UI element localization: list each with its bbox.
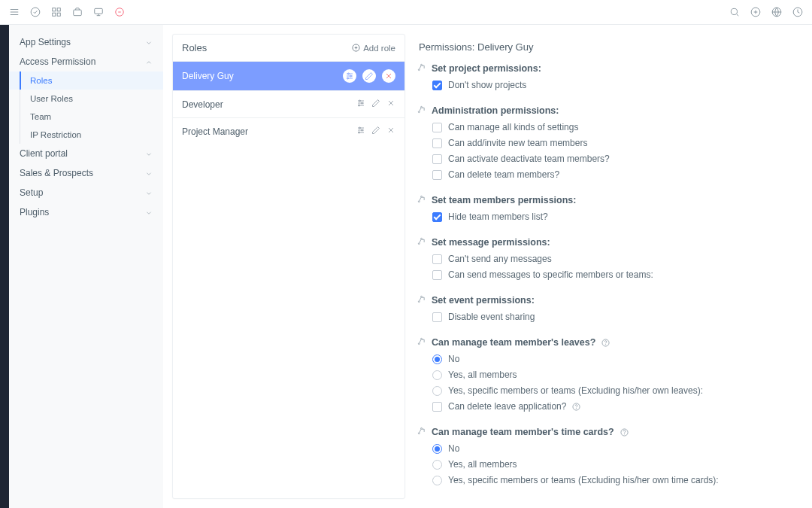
grid-icon[interactable] xyxy=(51,7,62,17)
menu-icon[interactable] xyxy=(9,7,20,17)
sidebar-item-sales-prospects[interactable]: Sales & Prospects xyxy=(9,163,163,183)
perm-checkbox[interactable] xyxy=(432,312,442,322)
link-icon xyxy=(417,337,426,348)
perm-checkbox[interactable] xyxy=(432,212,442,222)
perm-checkbox[interactable] xyxy=(432,154,442,164)
perm-option[interactable]: Yes, specific members or teams (Excludin… xyxy=(432,473,800,487)
sidebar-item-plugins[interactable]: Plugins xyxy=(9,202,163,222)
sidebar-item-label: Client portal xyxy=(20,148,145,159)
permissions-sections: Set project permissions:Don't show proje… xyxy=(417,63,800,499)
perm-option[interactable]: No xyxy=(432,352,800,366)
perm-checkbox[interactable] xyxy=(432,402,442,412)
perm-option-label: No xyxy=(448,352,459,366)
sidebar-subitem-team[interactable]: Team xyxy=(9,108,163,126)
sidebar-item-setup[interactable]: Setup xyxy=(9,183,163,202)
sidebar-item-label: Access Permission xyxy=(20,56,145,67)
perm-checkbox[interactable] xyxy=(432,270,442,280)
edit-icon[interactable] xyxy=(371,99,380,110)
perm-radio[interactable] xyxy=(432,460,442,470)
help-icon[interactable] xyxy=(572,403,580,411)
perm-option[interactable]: Yes, all members xyxy=(432,458,800,471)
perm-option[interactable]: Disable event sharing xyxy=(432,310,800,324)
perm-option-label: Hide team members list? xyxy=(448,210,548,224)
perm-option[interactable]: No xyxy=(432,442,800,455)
svg-point-72 xyxy=(418,433,420,434)
perm-options: NoYes, all membersYes, specific members … xyxy=(432,352,800,413)
svg-rect-9 xyxy=(95,8,103,14)
chevron-down-icon xyxy=(145,189,153,196)
perm-option[interactable]: Can delete leave application? xyxy=(432,400,800,413)
help-icon[interactable] xyxy=(620,428,629,437)
role-row-developer[interactable]: Developer xyxy=(173,91,404,118)
main-area: App SettingsAccess PermissionRolesUser R… xyxy=(0,25,812,508)
perm-radio[interactable] xyxy=(432,354,442,364)
svg-point-3 xyxy=(31,8,40,17)
perm-option-label: Can delete team members? xyxy=(448,168,559,181)
perm-checkbox[interactable] xyxy=(432,81,442,90)
help-icon[interactable] xyxy=(601,339,610,347)
add-role-label: Add role xyxy=(363,44,395,53)
search-icon[interactable] xyxy=(729,7,740,17)
role-row-delivery-guy[interactable]: Delivery Guy xyxy=(173,62,404,91)
perm-checkbox[interactable] xyxy=(432,123,442,132)
svg-line-63 xyxy=(420,297,421,301)
sidebar-item-label: Sales & Prospects xyxy=(20,168,145,178)
perm-options: NoYes, all membersYes, specific members … xyxy=(432,442,800,487)
sidebar-item-access-permission[interactable]: Access Permission xyxy=(9,52,163,71)
perm-checkbox[interactable] xyxy=(432,254,442,264)
settings-icon[interactable] xyxy=(343,69,356,83)
svg-rect-4 xyxy=(53,8,56,11)
perm-section: Set team members permissions:Hide team m… xyxy=(417,195,800,224)
role-row-project-manager[interactable]: Project Manager xyxy=(173,118,404,144)
perm-option[interactable]: Yes, all members xyxy=(432,368,800,382)
add-role-button[interactable]: Add role xyxy=(352,44,395,53)
perm-option[interactable]: Can't send any messages xyxy=(432,252,800,266)
perm-option[interactable]: Can manage all kinds of settings xyxy=(432,120,800,134)
chevron-up-icon xyxy=(145,58,153,65)
perm-option[interactable]: Yes, specific members or teams (Excludin… xyxy=(432,384,800,397)
svg-point-59 xyxy=(418,243,420,245)
perm-options: Can't send any messagesCan send messages… xyxy=(432,252,800,281)
settings-icon[interactable] xyxy=(356,99,365,110)
monitor-icon[interactable] xyxy=(93,7,104,17)
edit-icon[interactable] xyxy=(362,69,376,83)
perm-option[interactable]: Hide team members list? xyxy=(432,210,800,224)
svg-point-62 xyxy=(418,301,420,303)
perm-option[interactable]: Can add/invite new team members xyxy=(432,136,800,150)
sidebar-item-label: App Settings xyxy=(20,37,145,47)
perm-section-title: Administration permissions: xyxy=(417,105,800,116)
history-icon[interactable] xyxy=(792,7,803,17)
clock-alert-icon[interactable] xyxy=(114,7,125,17)
perm-option[interactable]: Can activate deactivate team members? xyxy=(432,152,800,166)
settings-icon[interactable] xyxy=(356,126,365,137)
perm-checkbox[interactable] xyxy=(432,138,442,148)
sidebar-item-client-portal[interactable]: Client portal xyxy=(9,144,163,163)
plus-circle-icon[interactable] xyxy=(750,7,761,17)
svg-point-56 xyxy=(418,201,420,202)
perm-option[interactable]: Can delete team members? xyxy=(432,168,800,181)
sidebar-subitem-roles[interactable]: Roles xyxy=(9,71,163,90)
perm-radio[interactable] xyxy=(432,386,442,396)
svg-line-60 xyxy=(420,239,421,243)
delete-icon[interactable] xyxy=(386,99,395,110)
perm-radio[interactable] xyxy=(432,444,442,454)
globe-icon[interactable] xyxy=(771,7,782,17)
edit-icon[interactable] xyxy=(371,126,380,137)
check-icon[interactable] xyxy=(30,7,41,17)
perm-radio[interactable] xyxy=(432,476,442,485)
briefcase-icon[interactable] xyxy=(72,7,83,17)
perm-radio[interactable] xyxy=(432,370,442,380)
sidebar-subitem-user-roles[interactable]: User Roles xyxy=(9,90,163,108)
perm-section-title: Set team members permissions: xyxy=(417,195,800,205)
perm-option[interactable]: Don't show projects xyxy=(432,78,800,92)
sidebar-item-app-settings[interactable]: App Settings xyxy=(9,32,163,52)
delete-icon[interactable] xyxy=(386,126,395,137)
svg-line-57 xyxy=(420,197,421,201)
perm-option-label: Can delete leave application? xyxy=(448,400,566,413)
perm-options: Don't show projects xyxy=(432,78,800,92)
chevron-down-icon xyxy=(145,208,153,216)
perm-checkbox[interactable] xyxy=(432,170,442,180)
delete-icon[interactable] xyxy=(382,69,395,83)
perm-option[interactable]: Can send messages to specific members or… xyxy=(432,268,800,281)
sidebar-subitem-ip-restriction[interactable]: IP Restriction xyxy=(9,126,163,144)
